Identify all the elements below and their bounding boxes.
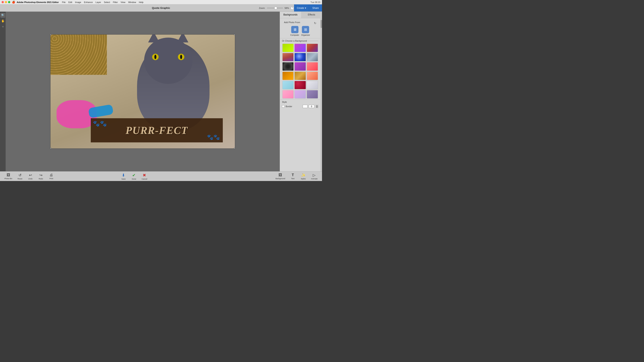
border-size-down[interactable]: ▼ (316, 106, 318, 108)
canvas-area: 🐾🐾 PURR-FECT 🐾🐾 (6, 12, 280, 171)
help-button[interactable]: ? (290, 6, 294, 10)
background-tool-label: Background (276, 178, 285, 180)
border-checkbox[interactable] (282, 105, 284, 108)
bg-swatch-15[interactable] (307, 81, 318, 89)
animate-tool-button[interactable]: ▷ Animate (308, 172, 320, 181)
background-tool-icon: 🖼 (278, 173, 282, 177)
menu-help[interactable]: Help (139, 1, 144, 3)
menu-file[interactable]: File (62, 1, 66, 3)
photo-bin-icon: 🖼 (7, 173, 10, 177)
redo-button[interactable]: ↪ Redo (36, 172, 46, 181)
cat-ear-left (148, 34, 160, 42)
tab-effects[interactable]: Effects (301, 12, 322, 18)
bg-swatch-7[interactable] (282, 62, 294, 71)
handle-bl[interactable] (50, 148, 51, 149)
style-section: Style Border 0 ▲ ▼ (280, 99, 320, 109)
add-photo-section: Add Photo From ↻ 🖥 Computer ⊞ Organizer (280, 18, 320, 38)
action-buttons: ⬇ Save ✔ Done ✖ Cancel (118, 172, 150, 181)
border-label: Border (286, 105, 292, 108)
minimize-button[interactable] (5, 1, 7, 3)
bg-swatch-14[interactable] (294, 81, 306, 89)
redo-label: Redo (39, 178, 43, 180)
tab-backgrounds[interactable]: Backgrounds (280, 12, 301, 18)
bg-swatch-4[interactable] (282, 53, 294, 61)
cancel-button[interactable]: ✖ Cancel (139, 172, 150, 181)
menu-view[interactable]: View (120, 1, 126, 3)
menu-image[interactable]: Image (75, 1, 81, 3)
reset-icon: ↺ (18, 173, 22, 177)
bg-swatch-18[interactable] (307, 90, 318, 98)
zoom-slider[interactable] (267, 8, 283, 8)
share-button[interactable]: Share (309, 4, 322, 11)
bg-swatch-6[interactable] (307, 53, 318, 61)
source-computer[interactable]: 🖥 Computer (290, 26, 299, 36)
bg-swatch-2[interactable] (294, 44, 306, 52)
bg-swatch-11[interactable] (294, 72, 306, 80)
canvas[interactable]: 🐾🐾 PURR-FECT 🐾🐾 (50, 34, 235, 149)
done-button[interactable]: ✔ Done (129, 172, 139, 181)
photo-sources: 🖥 Computer ⊞ Organizer (282, 26, 318, 36)
styles-tool-label: Styles (301, 178, 306, 180)
bg-swatch-5[interactable] (294, 53, 306, 61)
bg-swatch-1[interactable] (282, 44, 294, 52)
undo-button[interactable]: ↩ Undo (25, 172, 36, 181)
save-icon: ⬇ (122, 173, 125, 178)
close-button[interactable] (2, 1, 4, 3)
traffic-lights[interactable] (2, 1, 10, 3)
move-tool[interactable]: ⊹ (0, 24, 5, 29)
menu-select[interactable]: Select (104, 1, 110, 3)
refresh-icon[interactable]: ↻ (314, 21, 316, 25)
bg-swatch-16[interactable] (282, 90, 294, 98)
maximize-button[interactable] (8, 1, 10, 3)
banner-text: PURR-FECT (126, 124, 188, 136)
source-organizer[interactable]: ⊞ Organizer (301, 26, 310, 36)
text-banner[interactable]: 🐾🐾 PURR-FECT 🐾🐾 (91, 118, 223, 142)
print-button[interactable]: 🖨 Print (46, 172, 56, 180)
cat-photo: 🐾🐾 PURR-FECT 🐾🐾 (50, 34, 235, 148)
menu-enhance[interactable]: Enhance (84, 1, 92, 3)
border-color-swatch[interactable] (303, 105, 308, 108)
zoom-thumb[interactable] (274, 7, 277, 9)
search-tool[interactable]: 🔍 (0, 13, 5, 18)
computer-label: Computer (290, 34, 299, 36)
computer-icon: 🖥 (291, 26, 298, 33)
bg-swatch-10[interactable] (282, 72, 294, 80)
bg-swatch-9[interactable] (307, 62, 318, 71)
zoom-percent: 58% (284, 7, 289, 9)
handle-tr[interactable] (234, 34, 235, 35)
border-size-spinners: ▲ ▼ (316, 105, 318, 108)
paw-prints-left: 🐾🐾 (93, 120, 107, 127)
text-tool-button[interactable]: T Text (288, 172, 298, 181)
background-tool-button[interactable]: 🖼 Background (273, 172, 288, 181)
right-panel-scrollbar-thumb[interactable] (320, 20, 322, 28)
bg-swatch-17[interactable] (294, 90, 306, 98)
menu-bar: File Edit Image Enhance Layer Select Fil… (62, 1, 310, 3)
add-photo-header: Add Photo From ↻ (282, 19, 318, 26)
handle-tl[interactable] (50, 34, 51, 35)
styles-tool-button[interactable]: ✨ Styles (298, 172, 308, 181)
save-label: Save (121, 178, 126, 180)
bg-swatch-3[interactable] (307, 44, 318, 52)
bg-swatch-13[interactable] (282, 81, 294, 89)
panel-inner: Add Photo From ↻ 🖥 Computer ⊞ Organizer (280, 18, 322, 171)
menu-filter[interactable]: Filter (113, 1, 118, 3)
photo-bin-button[interactable]: 🖼 Photo Bin (2, 172, 15, 180)
clock: Tue 08:20 (310, 1, 320, 3)
menu-layer[interactable]: Layer (96, 1, 101, 3)
bg-swatch-8[interactable] (294, 62, 306, 71)
handle-br[interactable] (234, 148, 235, 149)
border-size-input[interactable]: 0 (309, 105, 314, 108)
bg-swatch-12[interactable] (307, 72, 318, 80)
leopard-pillow (50, 34, 107, 75)
organizer-label: Organizer (301, 34, 310, 36)
cat-eye-left (152, 54, 158, 60)
save-button[interactable]: ⬇ Save (118, 172, 129, 181)
create-button[interactable]: Create ▾ (294, 4, 309, 11)
top-toolbar: Quote Graphic Zoom: 58% ? Create ▾ Share (0, 4, 322, 12)
menu-window[interactable]: Window (128, 1, 136, 3)
right-panel-scrollbar[interactable] (320, 18, 322, 171)
text-tool-icon: T (292, 173, 294, 177)
reset-button[interactable]: ↺ Reset (15, 172, 25, 181)
hand-tool[interactable]: ✋ (0, 18, 5, 23)
menu-edit[interactable]: Edit (68, 1, 72, 3)
